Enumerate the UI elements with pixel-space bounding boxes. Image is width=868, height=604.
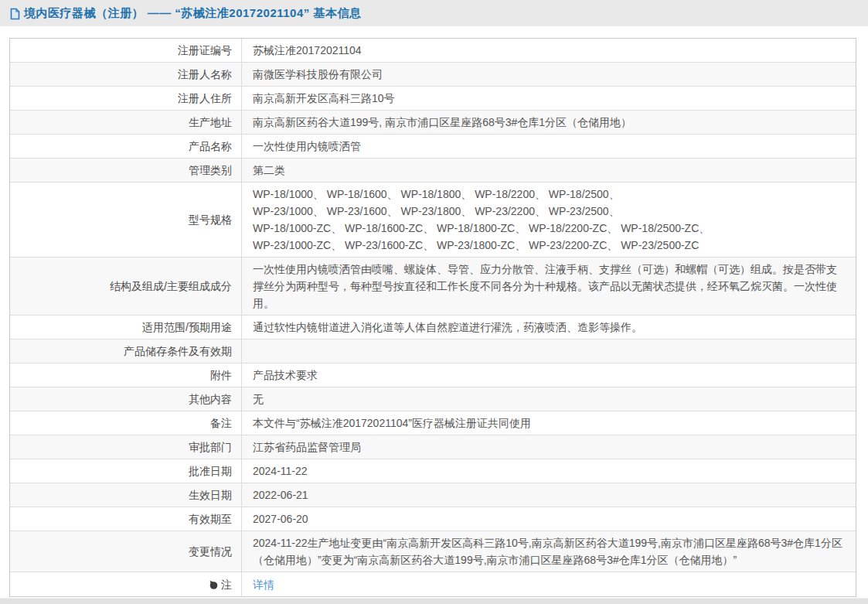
row-label: 结构及组成/主要组成成分 <box>10 258 241 315</box>
row-value <box>241 340 856 363</box>
row-value: 2027-06-20 <box>241 507 856 531</box>
row-label: 注 <box>221 576 232 593</box>
row-label-cell: 注 <box>10 572 241 596</box>
row-value: 一次性使用内镜喷洒管 <box>241 135 856 158</box>
row-value: 2022-06-21 <box>241 483 856 507</box>
table-row-structure-composition: 结构及组成/主要组成成分 一次性使用内镜喷洒管由喷嘴、螺旋体、导管、应力分散管、… <box>10 258 856 316</box>
row-label: 其他内容 <box>10 387 241 411</box>
table-row-approval-department: 审批部门 江苏省药品监督管理局 <box>10 435 856 459</box>
table-row-effective-date: 生效日期 2022-06-21 <box>10 483 856 507</box>
title-bar: 境内医疗器械（注册） —— “苏械注准20172021104” 基本信息 <box>0 0 868 26</box>
row-label: 注册证编号 <box>10 39 241 62</box>
row-value: 第二类 <box>241 159 856 182</box>
row-value: 江苏省药品监督管理局 <box>241 435 856 459</box>
table-row-approval-date: 批准日期 2024-11-22 <box>10 459 856 483</box>
row-value: 产品技术要求 <box>241 363 856 387</box>
table-row-production-address: 生产地址 南京高新区药谷大道199号, 南京市浦口区星座路68号3#仓库1分区（… <box>10 111 856 135</box>
row-value: 南京高新开发区高科三路10号 <box>241 87 856 110</box>
row-label: 有效期至 <box>10 507 241 531</box>
table-row-attachment: 附件 产品技术要求 <box>10 363 856 387</box>
table-row-note: 注 详情 <box>10 572 856 596</box>
table-row-intended-use: 适用范围/预期用途 通过软性内镜钳道进入消化道等人体自然腔道进行灌洗，药液喷洒、… <box>10 316 856 340</box>
row-label: 产品储存条件及有效期 <box>10 340 241 363</box>
table-row-other-content: 其他内容 无 <box>10 387 856 411</box>
table-row-change-history: 变更情况 2024-11-22生产地址变更由“南京高新开发区高科三路10号,南京… <box>10 531 856 572</box>
table-row-management-category: 管理类别 第二类 <box>10 159 856 183</box>
row-value: 通过软性内镜钳道进入消化道等人体自然腔道进行灌洗，药液喷洒、造影等操作。 <box>241 316 856 339</box>
table-row-model-specs: 型号规格 WP-18/1000、 WP-18/1600、 WP-18/1800、… <box>10 183 856 258</box>
table-row-expiry-date: 有效期至 2027-06-20 <box>10 507 856 531</box>
row-value: WP-18/1000、 WP-18/1600、 WP-18/1800、 WP-1… <box>241 183 856 257</box>
row-value: 苏械注准20172021104 <box>241 39 856 62</box>
row-value: 一次性使用内镜喷洒管由喷嘴、螺旋体、导管、应力分散管、注液手柄、支撑丝（可选）和… <box>241 258 856 315</box>
row-value: 南京高新区药谷大道199号, 南京市浦口区星座路68号3#仓库1分区（仓储用地） <box>241 111 856 134</box>
table-row-remarks: 备注 本文件与“苏械注准20172021104”医疗器械注册证共同使用 <box>10 411 856 435</box>
registration-info-table: 注册证编号 苏械注准20172021104 注册人名称 南微医学科技股份有限公司… <box>9 38 856 597</box>
row-label: 审批部门 <box>10 435 241 459</box>
row-label: 管理类别 <box>10 159 241 182</box>
table-row-registration-number: 注册证编号 苏械注准20172021104 <box>10 39 856 63</box>
row-value: 2024-11-22生产地址变更由“南京高新开发区高科三路10号,南京高新区药谷… <box>241 531 856 572</box>
row-label: 生效日期 <box>10 483 241 507</box>
row-label: 生产地址 <box>10 111 241 134</box>
details-link[interactable]: 详情 <box>253 576 274 593</box>
table-row-registrant-name: 注册人名称 南微医学科技股份有限公司 <box>10 63 856 87</box>
row-value: 2024-11-22 <box>241 459 856 483</box>
row-label: 适用范围/预期用途 <box>10 316 241 339</box>
bottom-strip <box>0 598 868 604</box>
row-value: 无 <box>241 387 856 411</box>
row-label: 批准日期 <box>10 459 241 483</box>
table-row-storage-validity: 产品储存条件及有效期 <box>10 340 856 363</box>
row-value: 南微医学科技股份有限公司 <box>241 63 856 86</box>
note-icon <box>209 580 218 590</box>
row-label: 备注 <box>10 411 241 435</box>
row-label: 附件 <box>10 363 241 387</box>
row-value-cell: 详情 <box>241 572 856 596</box>
row-label: 注册人住所 <box>10 87 241 110</box>
document-icon <box>10 8 20 20</box>
row-label: 产品名称 <box>10 135 241 158</box>
row-value: 本文件与“苏械注准20172021104”医疗器械注册证共同使用 <box>241 411 856 435</box>
row-label: 型号规格 <box>10 183 241 257</box>
row-label: 注册人名称 <box>10 63 241 86</box>
table-row-registrant-address: 注册人住所 南京高新开发区高科三路10号 <box>10 87 856 111</box>
page-title: 境内医疗器械（注册） —— “苏械注准20172021104” 基本信息 <box>24 6 361 21</box>
row-label: 变更情况 <box>10 531 241 572</box>
table-row-product-name: 产品名称 一次性使用内镜喷洒管 <box>10 135 856 159</box>
